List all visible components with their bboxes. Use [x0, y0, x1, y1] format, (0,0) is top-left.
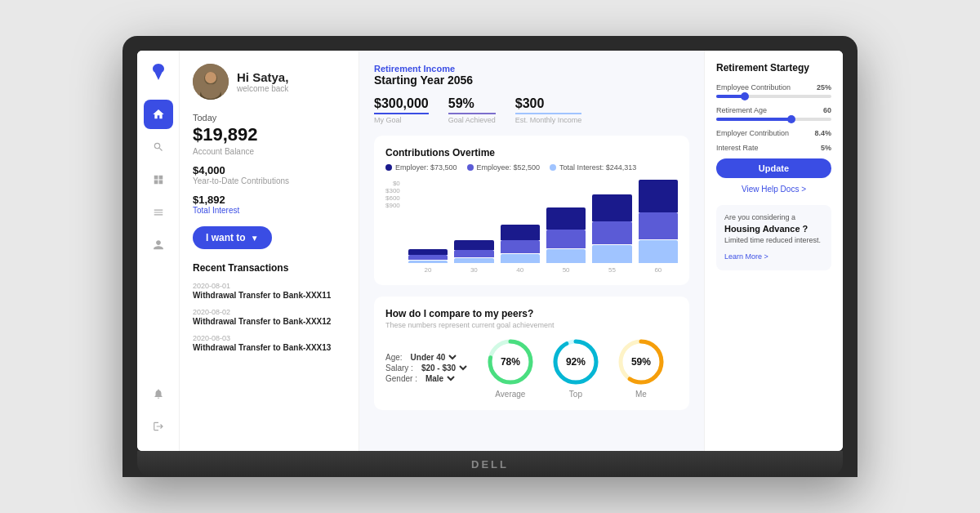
employee-contribution-track[interactable]	[716, 95, 831, 98]
donut-top: 92%	[551, 337, 600, 386]
bar-x-label: 30	[470, 266, 478, 274]
stat-achieved: 59% Goal Achieved	[448, 96, 496, 124]
bar-interest	[501, 254, 540, 263]
transaction-item-3: 2020-08-03 Withdrawal Transfer to Bank-X…	[193, 334, 345, 352]
stat-monthly: $300 Est. Monthly Income	[515, 96, 582, 124]
peer-chart: 78% Average	[486, 337, 535, 399]
peer-label-me: Me	[635, 390, 647, 399]
update-button[interactable]: Update	[716, 158, 831, 178]
employer-contribution-label: Employer Contribution	[716, 129, 789, 137]
promo-link[interactable]: Learn More >	[724, 252, 768, 261]
tx-name-1: Withdrawal Transfer to Bank-XXX11	[193, 291, 345, 300]
sidebar-item-grid[interactable]	[144, 165, 173, 194]
interest-rate-label: Interest Rate	[716, 144, 759, 152]
retirement-age-fill	[716, 118, 791, 121]
chart-title: Contributions Overtime	[385, 147, 678, 158]
avatar	[193, 64, 229, 100]
recent-transactions-title: Recent Transactions	[193, 262, 345, 274]
sidebar-item-list[interactable]	[144, 198, 173, 227]
bar-employee	[592, 221, 631, 243]
tx-date-1: 2020-08-01	[193, 282, 345, 290]
bar-employer	[501, 225, 540, 240]
i-want-button[interactable]: I want to ▼	[193, 226, 272, 249]
peers-charts: 78% Average 92% Top 59% Me	[486, 337, 666, 399]
tx-date-2: 2020-08-02	[193, 308, 345, 316]
left-panel: Hi Satya, welcome back Today $19,892 Acc…	[180, 51, 359, 451]
bar-group: 30	[454, 240, 493, 274]
legend-interest: Total Interest: $244,313	[550, 163, 636, 172]
bar-x-label: 55	[608, 266, 616, 274]
user-greeting: Hi Satya, welcome back	[193, 64, 345, 100]
bar-employer	[546, 207, 586, 230]
peers-section: How do I compare to my peers? These numb…	[374, 297, 689, 410]
peer-chart: 92% Top	[551, 337, 600, 399]
retirement-age-slider: Retirement Age 60	[716, 106, 831, 121]
bar-stack	[454, 240, 493, 264]
bar-group: 20	[408, 249, 448, 274]
sidebar-item-logout[interactable]	[144, 412, 173, 441]
interest-rate-row: Interest Rate 5%	[716, 144, 831, 152]
peers-title: How do I compare to my peers?	[385, 308, 678, 319]
bar-group: 40	[501, 225, 540, 274]
interest-label: Total Interest	[193, 206, 345, 215]
sidebar-item-notifications[interactable]	[144, 379, 173, 408]
help-link[interactable]: View Help Docs >	[716, 185, 831, 194]
peers-filters: Age: Under 40 Salary : $20 - $30 Gender …	[385, 352, 470, 384]
bar-employee	[408, 255, 448, 259]
transaction-item-1: 2020-08-01 Withdrawal Transfer to Bank-X…	[193, 282, 345, 300]
bar-x-label: 60	[654, 266, 662, 274]
ytd-value: $4,000	[193, 164, 345, 176]
promo-pre-text: Are you considering a	[724, 213, 823, 221]
sidebar-item-profile[interactable]	[144, 230, 173, 260]
bar-employer	[408, 249, 448, 255]
tx-name-2: Withdrawal Transfer to Bank-XXX12	[193, 317, 345, 326]
employee-contribution-label: Employee Contribution	[716, 83, 791, 91]
gender-select[interactable]: Male	[422, 373, 457, 384]
peers-subtitle: These numbers represent current goal ach…	[385, 321, 678, 329]
legend-employer: Employer: $73,500	[385, 163, 457, 172]
screen: Hi Satya, welcome back Today $19,892 Acc…	[137, 51, 843, 451]
retirement-stats: $300,000 My Goal 59% Goal Achieved $300 …	[374, 96, 689, 124]
retirement-age-thumb[interactable]	[787, 115, 795, 123]
bar-interest	[454, 258, 493, 263]
right-panel: Retirement Startegy Employee Contributio…	[704, 51, 843, 451]
employee-contribution-value: 25%	[817, 83, 831, 91]
sidebar-item-home[interactable]	[144, 100, 173, 129]
interest-value: $1,892	[193, 194, 345, 206]
employee-contribution-thumb[interactable]	[741, 92, 749, 100]
greeting-name: Hi Satya,	[237, 70, 288, 84]
peer-label-top: Top	[569, 390, 582, 399]
donut-label-me: 59%	[631, 356, 651, 368]
sidebar	[137, 51, 180, 451]
greeting-welcome: welcome back	[237, 84, 288, 93]
bar-stack	[408, 249, 448, 264]
bar-employee	[546, 230, 586, 248]
bar-employee	[501, 240, 540, 253]
filter-gender: Gender : Male	[385, 373, 470, 384]
chart-body: $900 $600 $300 $0 203040505560	[385, 180, 678, 274]
tx-name-3: Withdrawal Transfer to Bank-XXX13	[193, 343, 345, 352]
bar-interest	[639, 240, 678, 263]
sidebar-item-search[interactable]	[144, 132, 173, 162]
bar-stack	[501, 225, 540, 265]
filter-age: Age: Under 40	[385, 352, 470, 363]
retirement-age-track[interactable]	[716, 118, 831, 121]
employer-contribution-value: 8.4%	[814, 129, 831, 137]
age-select[interactable]: Under 40	[408, 352, 459, 363]
bar-stack	[546, 207, 586, 265]
achieved-label: Goal Achieved	[448, 113, 496, 124]
achieved-value: 59%	[448, 96, 496, 111]
bar-x-label: 50	[563, 266, 570, 274]
donut-label-top: 92%	[566, 356, 586, 368]
employee-contribution-slider: Employee Contribution 25%	[716, 83, 831, 98]
svg-point-4	[201, 84, 220, 99]
salary-select[interactable]: $20 - $30	[418, 363, 470, 373]
retirement-header: Retirement Income Starting Year 2056	[374, 64, 689, 87]
bar-x-label: 20	[425, 266, 432, 274]
promo-title: Housing Advance ?	[724, 224, 823, 234]
employer-contribution-row: Employer Contribution 8.4%	[716, 129, 831, 137]
promo-box: Are you considering a Housing Advance ? …	[716, 205, 831, 270]
chart-y-axis: $900 $600 $300 $0	[385, 180, 400, 209]
laptop-container: Hi Satya, welcome back Today $19,892 Acc…	[122, 36, 858, 477]
account-balance: $19,892	[193, 124, 345, 145]
